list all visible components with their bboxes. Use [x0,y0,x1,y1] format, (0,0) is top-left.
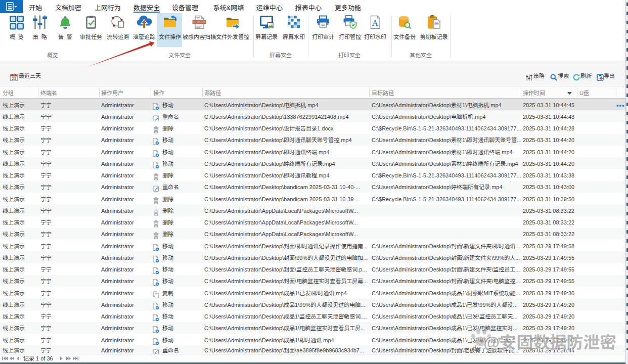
svg-text:23: 23 [12,76,16,81]
svg-text:A: A [372,18,379,28]
